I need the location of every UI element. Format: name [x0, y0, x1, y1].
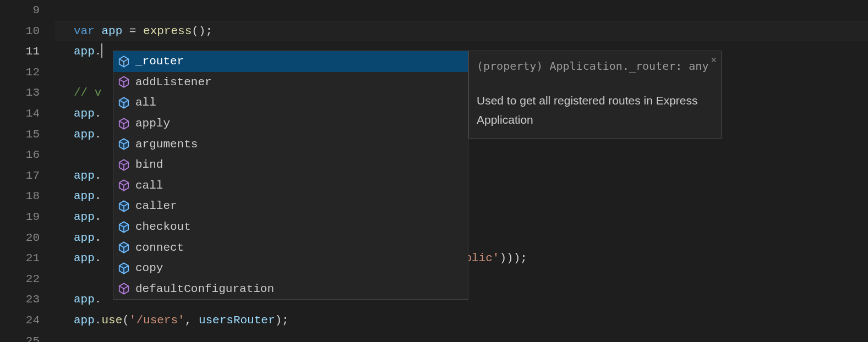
line-number: 18	[0, 186, 40, 207]
line-number: 14	[0, 103, 40, 124]
code-line-9	[74, 0, 868, 21]
text-cursor	[101, 43, 102, 58]
suggestion-label: checkout	[135, 220, 191, 233]
suggestion-label: _router	[135, 55, 184, 68]
suggestion-item[interactable]: call	[113, 175, 468, 196]
code-line-10: var app = express();	[74, 21, 868, 42]
suggestion-item[interactable]: connect	[113, 237, 468, 258]
line-number: 20	[0, 228, 40, 249]
suggestion-item[interactable]: caller	[113, 196, 468, 217]
suggestion-item[interactable]: all	[113, 92, 468, 113]
suggestion-label: addListener	[135, 76, 212, 89]
field-icon	[118, 241, 130, 253]
line-number: 23	[0, 289, 40, 310]
suggestion-item[interactable]: checkout	[113, 217, 468, 238]
line-number: 16	[0, 145, 40, 166]
suggestion-label: apply	[135, 117, 170, 130]
suggestion-label: defaultConfiguration	[135, 283, 274, 295]
intellisense-suggest-widget[interactable]: _routeraddListenerallapplyargumentsbindc…	[113, 51, 468, 300]
suggestion-item[interactable]: _router	[113, 51, 468, 72]
suggestion-label: connect	[135, 241, 184, 254]
field-icon	[118, 262, 130, 274]
line-number: 19	[0, 207, 40, 228]
method-icon	[118, 179, 130, 191]
field-icon	[118, 97, 130, 109]
close-icon[interactable]: ×	[711, 52, 717, 70]
line-number: 13	[0, 82, 40, 103]
suggestion-label: copy	[135, 262, 163, 274]
method-icon	[118, 159, 130, 171]
intellisense-details-widget: × (property) Application._router: any Us…	[468, 51, 722, 139]
field-icon	[118, 56, 130, 68]
field-icon	[118, 200, 130, 212]
field-icon	[118, 221, 130, 233]
method-icon	[118, 76, 130, 88]
method-icon	[118, 118, 130, 130]
suggestion-item[interactable]: apply	[113, 113, 468, 134]
suggestion-item[interactable]: copy	[113, 258, 468, 279]
line-number: 11	[0, 41, 40, 62]
suggestion-documentation: Used to get all registered routes in Exp…	[477, 91, 713, 129]
suggestion-signature: (property) Application._router: any	[477, 57, 713, 76]
line-number: 9	[0, 0, 40, 21]
line-number: 15	[0, 124, 40, 145]
suggestion-item[interactable]: addListener	[113, 72, 468, 93]
suggestion-item[interactable]: bind	[113, 155, 468, 175]
suggestion-label: all	[135, 96, 156, 109]
suggestion-item[interactable]: arguments	[113, 134, 468, 155]
line-number: 22	[0, 269, 40, 290]
suggestion-label: arguments	[135, 138, 198, 151]
line-number: 21	[0, 248, 40, 269]
line-number: 10	[0, 21, 40, 42]
suggestion-item[interactable]: defaultConfiguration	[113, 279, 468, 300]
line-number-gutter: 910111213141516171819202122232425	[0, 0, 55, 342]
suggestion-label: caller	[135, 200, 177, 212]
line-number: 24	[0, 310, 40, 331]
suggestion-label: call	[135, 179, 163, 192]
code-line-24: app.use('/users', usersRouter);	[74, 310, 868, 331]
line-number: 25	[0, 331, 40, 343]
code-line-25	[74, 331, 868, 343]
method-icon	[118, 283, 130, 295]
line-number: 12	[0, 62, 40, 83]
line-number: 17	[0, 166, 40, 186]
field-icon	[118, 138, 130, 150]
suggestion-label: bind	[135, 158, 163, 171]
